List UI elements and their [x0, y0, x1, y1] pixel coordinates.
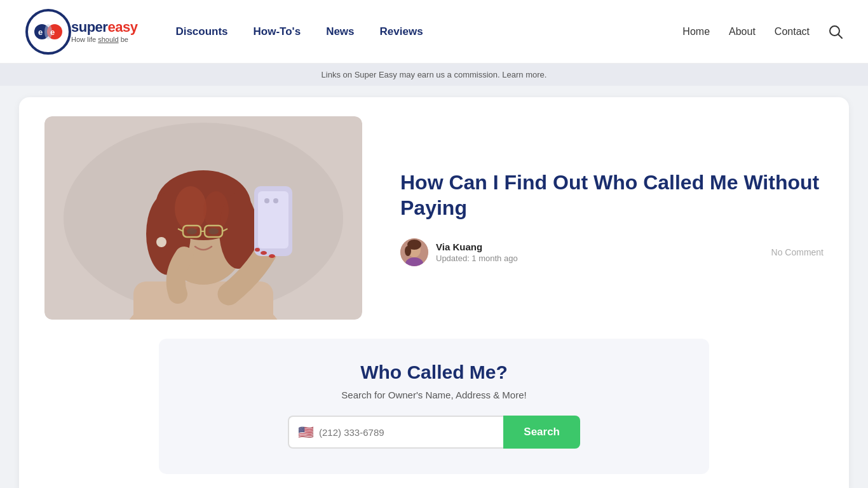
- author-avatar: [400, 238, 428, 266]
- widget-subtitle: Search for Owner's Name, Address & More!: [184, 390, 684, 400]
- search-icon: [829, 25, 843, 39]
- affiliate-banner: Links on Super Easy may earn us a commis…: [0, 64, 868, 86]
- search-button[interactable]: Search: [503, 416, 580, 449]
- nav-reviews[interactable]: Reviews: [380, 25, 423, 38]
- phone-input-wrapper: 🇺🇸: [288, 416, 503, 449]
- svg-rect-28: [258, 191, 288, 248]
- logo-link[interactable]: e e super easy How life should be: [25, 9, 137, 55]
- svg-text:e: e: [50, 27, 55, 37]
- author-details: Via Kuang Updated: 1 month ago: [436, 241, 518, 263]
- nav-discounts[interactable]: Discounts: [175, 25, 227, 38]
- svg-point-30: [273, 198, 278, 203]
- article-header: How Can I Find Out Who Called Me Without…: [44, 116, 824, 320]
- widget-title: Who Called Me?: [184, 362, 684, 383]
- comment-count: No Comment: [771, 247, 824, 257]
- article-image: [44, 116, 362, 320]
- svg-line-7: [839, 34, 843, 38]
- logo-icon: e e: [25, 9, 71, 55]
- nav-news[interactable]: News: [326, 25, 354, 38]
- content-card: How Can I Find Out Who Called Me Without…: [19, 97, 849, 488]
- search-button[interactable]: [829, 25, 843, 39]
- author-row: Via Kuang Updated: 1 month ago No Commen…: [400, 238, 824, 266]
- author-left: Via Kuang Updated: 1 month ago: [400, 238, 518, 266]
- logo-super: super: [71, 20, 107, 34]
- logo-text: super easy How life should be: [71, 20, 137, 43]
- search-widget: Who Called Me? Search for Owner's Name, …: [159, 339, 709, 474]
- svg-point-6: [830, 26, 839, 36]
- svg-point-24: [187, 228, 197, 234]
- author-updated: Updated: 1 month ago: [436, 254, 518, 263]
- svg-point-17: [175, 186, 207, 231]
- site-header: e e super easy How life should be Discou…: [0, 0, 868, 64]
- svg-point-32: [269, 254, 275, 258]
- main-nav: Discounts How-To's News Reviews: [175, 25, 682, 38]
- nav-contact[interactable]: Contact: [775, 26, 810, 37]
- nav-howtos[interactable]: How-To's: [254, 25, 301, 38]
- svg-text:e: e: [38, 27, 43, 37]
- flag-icon: 🇺🇸: [298, 424, 314, 440]
- article-info: How Can I Find Out Who Called Me Without…: [400, 170, 824, 266]
- svg-point-25: [208, 228, 219, 234]
- phone-input[interactable]: [319, 427, 494, 438]
- svg-point-26: [156, 237, 166, 247]
- svg-point-31: [261, 251, 267, 255]
- svg-point-18: [203, 191, 229, 229]
- nav-home[interactable]: Home: [682, 26, 710, 37]
- author-name: Via Kuang: [436, 241, 518, 252]
- svg-point-29: [264, 198, 269, 203]
- svg-point-37: [405, 246, 411, 256]
- phone-search-row: 🇺🇸 Search: [288, 416, 580, 449]
- svg-point-33: [255, 248, 260, 252]
- banner-text: Links on Super Easy may earn us a commis…: [322, 70, 547, 79]
- logo-easy: easy: [107, 20, 137, 34]
- logo-tagline: How life should be: [71, 36, 137, 43]
- right-nav: Home About Contact: [682, 25, 843, 39]
- article-title: How Can I Find Out Who Called Me Without…: [400, 170, 824, 220]
- nav-about[interactable]: About: [729, 26, 756, 37]
